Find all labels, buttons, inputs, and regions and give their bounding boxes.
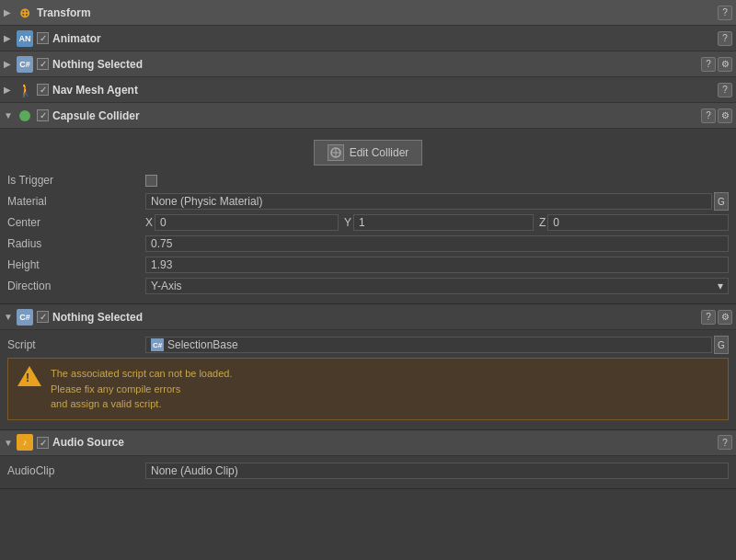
script-value[interactable]: C# SelectionBase: [145, 337, 712, 353]
navmesh-checkbox[interactable]: [37, 84, 49, 96]
nothing-selected-1-help-btn[interactable]: ?: [701, 57, 716, 72]
audio-source-label: Audio Source: [52, 436, 714, 449]
transform-component-row[interactable]: ▶ ⊕ Transform ?: [0, 0, 736, 26]
script-icon: C#: [151, 338, 164, 351]
audioclip-label: AudioClip: [7, 464, 145, 477]
animator-arrow: ▶: [4, 33, 17, 43]
is-trigger-row: Is Trigger: [7, 171, 729, 189]
edit-collider-label: Edit Collider: [350, 146, 409, 159]
capsule-collider-checkbox[interactable]: [37, 109, 49, 121]
animator-component-row[interactable]: ▶ AN Animator ?: [0, 26, 736, 51]
nothing-selected-2-label: Nothing Selected: [52, 311, 697, 324]
center-y-input[interactable]: 1: [353, 214, 534, 231]
nothing-selected-1-label: Nothing Selected: [52, 58, 697, 71]
center-row: Center X 0 Y 1 Z 0: [7, 213, 729, 232]
nothing-selected-2-checkbox[interactable]: [37, 311, 49, 323]
animator-help-btn[interactable]: ?: [718, 31, 732, 46]
capsule-collider-body: Edit Collider Is Trigger Material None (…: [0, 129, 736, 304]
script-g-btn[interactable]: G: [714, 336, 729, 354]
audio-source-icon: ♪: [17, 434, 33, 451]
radius-value[interactable]: 0.75: [145, 235, 729, 252]
audio-source-help-btn[interactable]: ?: [718, 435, 732, 450]
nothing-selected-body: Script C# SelectionBase G The associated…: [0, 330, 736, 430]
audioclip-row: AudioClip None (Audio Clip): [7, 462, 729, 480]
warning-text: The associated script can not be loaded.…: [51, 366, 233, 412]
audio-source-body: AudioClip None (Audio Clip): [0, 456, 736, 489]
navmesh-component-row[interactable]: ▶ 🚶 Nav Mesh Agent ?: [0, 77, 736, 103]
material-label: Material: [7, 195, 145, 208]
script-label: Script: [7, 338, 145, 351]
navmesh-label: Nav Mesh Agent: [52, 84, 714, 97]
nothing-selected-1-arrow: ▶: [4, 59, 17, 69]
transform-label: Transform: [37, 6, 714, 19]
direction-label: Direction: [7, 280, 145, 292]
center-x-group: X 0: [145, 214, 339, 231]
center-z-input[interactable]: 0: [547, 214, 729, 231]
capsule-collider-label: Capsule Collider: [52, 109, 697, 122]
center-z-label: Z: [539, 216, 546, 229]
center-label: Center: [7, 216, 145, 229]
warning-icon: [17, 366, 41, 386]
audio-source-checkbox[interactable]: [37, 437, 49, 449]
animator-label: Animator: [52, 32, 714, 45]
capsule-collider-icon: [17, 108, 33, 124]
height-value[interactable]: 1.93: [145, 257, 729, 273]
nothing-selected-1-row[interactable]: ▶ C# Nothing Selected ? ⚙: [0, 51, 736, 77]
nothing-selected-1-icon: C#: [17, 56, 33, 73]
audio-source-arrow: ▼: [4, 438, 17, 448]
direction-dropdown[interactable]: Y-Axis ▾: [145, 278, 729, 294]
material-value[interactable]: None (Physic Material): [145, 193, 712, 210]
edit-collider-btn[interactable]: Edit Collider: [314, 140, 423, 166]
nothing-selected-2-gear-btn[interactable]: ⚙: [718, 310, 732, 325]
edit-collider-icon: [328, 144, 344, 161]
center-fields: X 0 Y 1 Z 0: [145, 214, 729, 231]
script-row: Script C# SelectionBase G: [7, 336, 729, 354]
is-trigger-checkbox[interactable]: [145, 175, 157, 187]
center-x-input[interactable]: 0: [155, 214, 339, 231]
direction-row: Direction Y-Axis ▾: [7, 277, 729, 295]
center-x-label: X: [145, 216, 153, 229]
audio-source-row[interactable]: ▼ ♪ Audio Source ?: [0, 430, 736, 456]
height-label: Height: [7, 258, 145, 271]
nothing-selected-1-gear-btn[interactable]: ⚙: [718, 57, 732, 72]
is-trigger-label: Is Trigger: [7, 174, 145, 187]
animator-icon: AN: [17, 30, 33, 47]
radius-label: Radius: [7, 237, 145, 250]
transform-arrow: ▶: [4, 7, 17, 17]
capsule-collider-row[interactable]: ▼ Capsule Collider ? ⚙: [0, 103, 736, 129]
nothing-selected-2-row[interactable]: ▼ C# Nothing Selected ? ⚙: [0, 304, 736, 330]
nothing-selected-2-icon: C#: [17, 309, 33, 326]
capsule-collider-gear-btn[interactable]: ⚙: [718, 109, 732, 123]
navmesh-icon: 🚶: [17, 82, 33, 98]
center-y-label: Y: [344, 216, 351, 229]
nothing-selected-2-arrow: ▼: [4, 312, 17, 322]
edit-collider-section: Edit Collider: [7, 140, 729, 166]
audioclip-value[interactable]: None (Audio Clip): [145, 463, 729, 479]
transform-help-btn[interactable]: ?: [718, 6, 732, 20]
capsule-collider-arrow: ▼: [4, 110, 17, 120]
transform-icon: ⊕: [17, 5, 33, 21]
capsule-collider-help-btn[interactable]: ?: [701, 109, 716, 123]
material-row: Material None (Physic Material) G: [7, 192, 729, 211]
navmesh-arrow: ▶: [4, 85, 17, 95]
height-row: Height 1.93: [7, 256, 729, 274]
nothing-selected-2-help-btn[interactable]: ?: [701, 310, 716, 325]
nothing-selected-1-checkbox[interactable]: [37, 58, 49, 70]
warning-box: The associated script can not be loaded.…: [7, 358, 729, 420]
center-y-group: Y 1: [340, 214, 534, 231]
animator-checkbox[interactable]: [37, 32, 49, 44]
center-z-group: Z 0: [535, 214, 729, 231]
radius-row: Radius 0.75: [7, 234, 729, 253]
material-g-btn[interactable]: G: [714, 192, 729, 211]
navmesh-help-btn[interactable]: ?: [718, 83, 732, 97]
